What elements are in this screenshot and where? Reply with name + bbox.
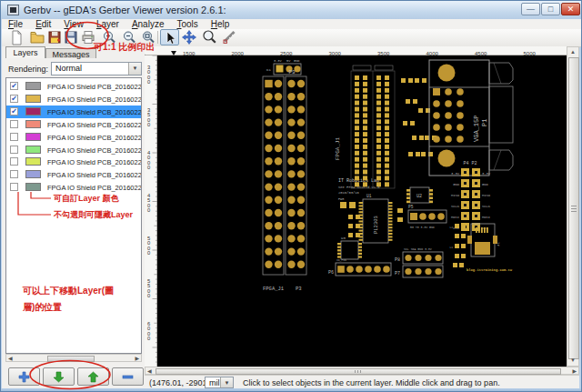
layer-name-label: FPGA IO Shield PCB_20160225- — [47, 184, 142, 192]
pcb-p9-label: P9 — [288, 69, 296, 75]
menu-item-tools[interactable]: Tools — [170, 19, 204, 29]
menu-item-edit[interactable]: Edit — [29, 19, 57, 29]
new-file-button[interactable] — [7, 29, 26, 45]
layer-color-swatch[interactable] — [25, 157, 41, 166]
measure-tool-button[interactable] — [221, 29, 240, 45]
chevron-down-icon[interactable]: ▼ — [220, 377, 233, 387]
v-ruler-tick-label: 4000 — [147, 150, 151, 170]
pcb-p6-label: P6 — [328, 270, 334, 276]
layer-visibility-checkbox[interactable] — [10, 170, 18, 178]
pcb-pl2303-label: PL2303 — [373, 216, 379, 234]
scrollbar-thumb[interactable] — [47, 356, 95, 362]
rendering-row: Rendering: Normal ▼ — [2, 60, 145, 76]
layer-row[interactable]: FPGA IO Shield PCB_20160225. — [6, 168, 141, 181]
layer-row[interactable]: FPGA IO Shield PCB_20160225- — [6, 156, 141, 168]
layer-visibility-checkbox[interactable] — [10, 183, 18, 191]
layer-visibility-checkbox[interactable] — [10, 133, 18, 141]
scroll-down-icon[interactable]: ▼ — [570, 357, 576, 364]
maximize-button[interactable]: □ — [541, 3, 560, 15]
pcb-canvas[interactable]: 3.3V 5V GND K1 P9 FPGA_J1 FPGA_J1 P3 IT … — [157, 55, 567, 367]
pcb-p4p2-label: P4 P2 — [463, 161, 477, 166]
close-button[interactable]: ✕ — [561, 3, 580, 15]
save-button[interactable] — [62, 29, 81, 45]
menu-item-view[interactable]: View — [57, 19, 90, 29]
pcb-header-left-label: MOSI — [451, 216, 459, 219]
layer-color-swatch[interactable] — [25, 107, 41, 116]
menu-item-analyze[interactable]: Analyze — [125, 19, 171, 29]
layer-row[interactable]: FPGA IO Shield PCB_20160225- — [6, 131, 141, 144]
layer-color-swatch[interactable] — [25, 95, 41, 103]
units-select[interactable]: mil ▼ — [205, 377, 234, 388]
layer-row[interactable]: ✔FPGA IO Shield PCB_20160225- — [6, 106, 141, 118]
chevron-down-icon[interactable]: ▼ — [128, 63, 141, 75]
status-hint: Click to select objects in the current l… — [243, 378, 500, 387]
layer-list-hscrollbar[interactable]: ◀ ▶ — [5, 354, 142, 362]
zoom-tool-button[interactable] — [200, 29, 219, 45]
pcb-header-right-label: SCLK — [482, 205, 491, 208]
layer-visibility-checkbox[interactable]: ✔ — [10, 82, 18, 90]
minimize-button[interactable]: — — [521, 3, 540, 15]
title-bar: Gerbv -- gEDA's Gerber Viewer version 2.… — [1, 1, 581, 19]
layer-color-swatch[interactable] — [25, 183, 41, 191]
scroll-left-icon[interactable]: ◀ — [147, 368, 152, 375]
add-layer-button[interactable] — [8, 367, 40, 386]
layer-visibility-checkbox[interactable] — [10, 157, 18, 166]
rendering-select[interactable]: Normal ▼ — [51, 62, 142, 75]
pcb-u3-label: U3 — [341, 236, 346, 240]
pointer-tool-button[interactable] — [160, 29, 179, 45]
layer-row[interactable]: ✔FPGA IO Shield PCB_20160225- — [6, 80, 141, 93]
layer-row[interactable]: FPGA IO Shield PCB_20160225- — [6, 118, 141, 131]
canvas-vscrollbar[interactable]: ▲ ▼ — [567, 46, 579, 367]
window-title: Gerbv -- gEDA's Gerber Viewer version 2.… — [24, 5, 226, 15]
layer-color-swatch[interactable] — [25, 120, 41, 128]
pcb-header-right-label: GND — [482, 183, 489, 186]
move-layer-up-button[interactable] — [77, 367, 109, 386]
pcb-header-right-label: 3.3V — [482, 172, 491, 176]
pcb-p6-note-label: IO_PIN — [336, 259, 346, 262]
tab-messages[interactable]: Messages — [45, 48, 96, 58]
layer-color-swatch[interactable] — [25, 133, 41, 141]
scroll-right-icon[interactable]: ▶ — [572, 368, 577, 375]
pcb-p1-label: P1 — [481, 119, 488, 126]
rendering-label: Rendering: — [8, 65, 48, 74]
scroll-up-icon[interactable]: ▲ — [570, 49, 576, 55]
save-floppy-icon — [63, 29, 79, 45]
layer-visibility-checkbox[interactable]: ✔ — [10, 107, 18, 116]
pan-icon — [181, 29, 197, 45]
menu-item-layer[interactable]: Layer — [90, 19, 125, 29]
pcb-u2-label: U2 — [416, 194, 422, 199]
layer-row[interactable]: ✔FPGA IO Shield PCB_20160225- — [6, 93, 141, 106]
tab-layers[interactable]: Layers — [5, 46, 45, 58]
pcb-header-left-label: MISO — [451, 194, 460, 197]
layer-visibility-checkbox[interactable] — [10, 120, 18, 128]
move-layer-down-button[interactable] — [43, 367, 75, 386]
vertical-ruler: 3000350040004500500055006000 — [145, 55, 157, 367]
pan-tool-button[interactable] — [180, 29, 199, 45]
layer-color-swatch[interactable] — [25, 146, 41, 154]
pcb-fpga-j1-bottom-label: FPGA_J1 — [263, 286, 285, 292]
scroll-left-icon[interactable]: ◀ — [8, 356, 13, 362]
layer-name-label: FPGA IO Shield PCB_20160225- — [47, 83, 142, 91]
pcb-j1-label: J1 — [497, 242, 500, 246]
print-annotation: 可1:1 比例印出 — [94, 41, 155, 54]
scrollbar-thumb[interactable] — [568, 57, 579, 359]
layer-row[interactable]: FPGA IO Shield PCB_20160225- — [6, 144, 141, 156]
layer-color-swatch[interactable] — [25, 82, 41, 90]
arrow-up-icon — [87, 371, 99, 383]
pcb-silk-date-label: 2016/03/16 — [338, 191, 360, 195]
remove-layer-button[interactable] — [112, 367, 144, 386]
v-ruler-tick-label: 5500 — [147, 278, 150, 298]
layer-visibility-checkbox[interactable]: ✔ — [10, 95, 18, 103]
layer-color-swatch[interactable] — [25, 170, 41, 178]
pcb-header-left-label: SCLK — [451, 205, 460, 208]
move-annotation-line2: 層)的位置 — [23, 301, 62, 314]
scroll-right-icon[interactable]: ▶ — [135, 356, 139, 362]
open-file-button[interactable] — [28, 29, 47, 45]
scrollbar-thumb[interactable] — [156, 368, 561, 375]
window-bottom-border — [1, 388, 581, 392]
menu-item-help[interactable]: Help — [205, 19, 236, 29]
menu-item-file[interactable]: File — [2, 19, 29, 29]
pcb-k1-label: K1 — [266, 68, 271, 72]
layer-visibility-checkbox[interactable] — [10, 146, 18, 154]
canvas-hscrollbar[interactable]: ◀ ▶ — [145, 367, 579, 375]
